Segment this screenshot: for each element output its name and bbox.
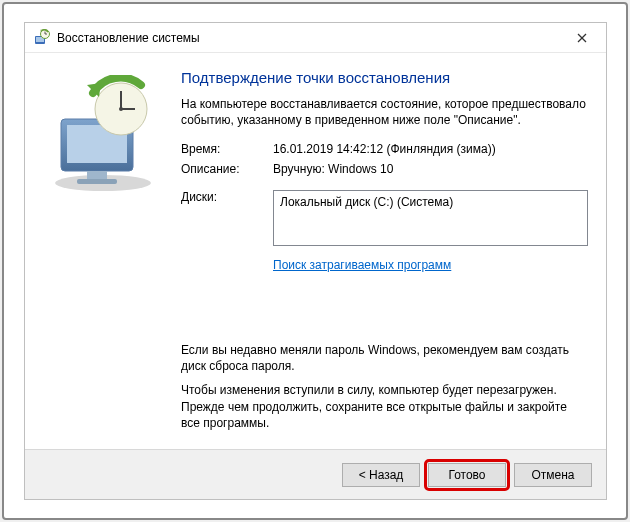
scan-affected-programs-link[interactable]: Поиск затрагиваемых программ — [273, 258, 451, 272]
finish-button[interactable]: Готово — [428, 463, 506, 487]
description-row: Описание: Вручную: Windows 10 — [181, 162, 588, 176]
right-column: Подтверждение точки восстановления На ко… — [181, 69, 588, 449]
content-area: Подтверждение точки восстановления На ко… — [25, 53, 606, 449]
disks-row: Диски: Локальный диск (C:) (Система) — [181, 190, 588, 246]
close-button[interactable] — [566, 28, 598, 48]
restore-icon — [33, 29, 51, 47]
notes-block: Если вы недавно меняли пароль Windows, р… — [181, 342, 588, 449]
back-button[interactable]: < Назад — [342, 463, 420, 487]
page-heading: Подтверждение точки восстановления — [181, 69, 588, 86]
note-password: Если вы недавно меняли пароль Windows, р… — [181, 342, 588, 374]
note-restart: Чтобы изменения вступили в силу, компьют… — [181, 382, 588, 431]
close-icon — [577, 33, 587, 43]
time-value: 16.01.2019 14:42:12 (Финляндия (зима)) — [273, 142, 588, 156]
time-label: Время: — [181, 142, 273, 156]
svg-rect-10 — [77, 179, 117, 184]
disks-listbox[interactable]: Локальный диск (C:) (Система) — [273, 190, 588, 246]
description-label: Описание: — [181, 162, 273, 176]
disk-item[interactable]: Локальный диск (C:) (Система) — [280, 195, 581, 209]
disks-label: Диски: — [181, 190, 273, 246]
system-restore-dialog: Восстановление системы — [24, 22, 607, 500]
page-description: На компьютере восстанавливается состояни… — [181, 96, 588, 128]
left-column — [43, 69, 181, 449]
cancel-button[interactable]: Отмена — [514, 463, 592, 487]
description-value: Вручную: Windows 10 — [273, 162, 588, 176]
restore-illustration — [43, 75, 163, 195]
screenshot-frame: Восстановление системы — [2, 2, 628, 520]
time-row: Время: 16.01.2019 14:42:12 (Финляндия (з… — [181, 142, 588, 156]
titlebar: Восстановление системы — [25, 23, 606, 53]
window-title: Восстановление системы — [57, 31, 566, 45]
affected-programs-row: Поиск затрагиваемых программ — [181, 252, 588, 272]
button-bar: < Назад Готово Отмена — [25, 449, 606, 499]
